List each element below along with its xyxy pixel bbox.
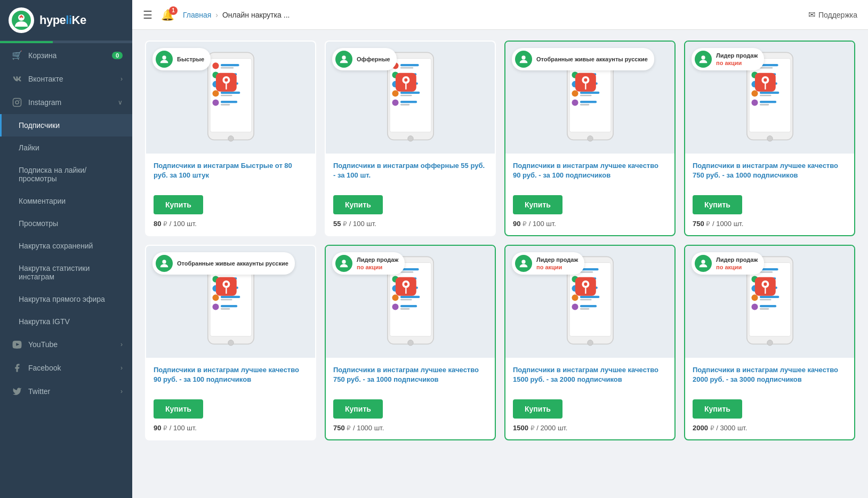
sidebar-item-live[interactable]: Накрутка прямого эфира [0, 288, 132, 310]
support-link[interactable]: ✉ Поддержка [808, 10, 857, 20]
svg-point-162 [587, 340, 592, 346]
svg-point-165 [584, 283, 587, 286]
sidebar-item-cart[interactable]: 🛒 Корзина 0 [0, 43, 132, 67]
sidebar-item-facebook[interactable]: Facebook › [0, 356, 132, 380]
svg-rect-181 [760, 299, 771, 301]
svg-rect-149 [580, 271, 593, 273]
price-value: 55 [333, 220, 341, 228]
product-card: Лидер продажпо акции [684, 245, 855, 440]
buy-button[interactable]: Купить [333, 399, 383, 419]
badge-text: Лидер продажпо акции [536, 256, 578, 271]
svg-rect-10 [221, 64, 239, 66]
breadcrumb: Главная › Онлайн накрутка ... [183, 11, 808, 19]
card-image-area: Отобранные живые аккаунты русские [505, 42, 674, 154]
badge-text: Лидер продажпо акции [357, 256, 398, 271]
youtube-chevron: › [120, 341, 123, 348]
card-badge-top: Лидер продажпо акции [692, 48, 764, 70]
live-label: Накрутка прямого эфира [19, 295, 123, 303]
notification-bell[interactable]: 🔔 1 [161, 9, 174, 21]
svg-point-142 [404, 283, 407, 286]
buy-button[interactable]: Купить [693, 399, 742, 419]
sidebar-item-youtube[interactable]: YouTube › [0, 333, 132, 356]
price-value: 90 [513, 220, 520, 228]
breadcrumb-home[interactable]: Главная [183, 11, 211, 19]
card-badge-top: Лидер продажпо акции [692, 252, 764, 275]
twitter-chevron: › [120, 388, 123, 395]
card-price: 750 ₽ / 1000 шт. [333, 424, 487, 432]
svg-point-9 [212, 62, 219, 69]
card-title: Подписчики в инстаграм лучшее качество 7… [333, 365, 487, 393]
buy-button[interactable]: Купить [513, 399, 562, 419]
badge-avatar [515, 51, 532, 68]
card-body: Подписчики в инстаграм лучшее качество 9… [146, 358, 315, 439]
likes-views-label: Подписка на лайки/ просмотры [19, 166, 123, 183]
sidebar-item-subscribers[interactable]: Подписчики [0, 114, 132, 136]
twitter-label: Twitter [28, 387, 117, 396]
svg-point-27 [224, 78, 228, 82]
card-title: Подписчики в инстаграм лучшее качество 2… [693, 365, 847, 393]
badge-avatar [156, 255, 173, 272]
twitter-icon [11, 387, 23, 396]
card-image-area: Лидер продажпо акции [685, 246, 854, 358]
instagram-label: Instagram [28, 98, 115, 107]
card-body: Подписчики в инстаграм лучшее качество 7… [685, 154, 854, 235]
svg-rect-184 [760, 308, 769, 310]
buy-button[interactable]: Купить [513, 195, 562, 214]
sidebar-item-saves[interactable]: Накрутка сохранений [0, 235, 132, 257]
sidebar-item-likes-views[interactable]: Подписка на лайки/ просмотры [0, 159, 132, 190]
likes-label: Лайки [19, 143, 123, 152]
topbar: ☰ 🔔 1 Главная › Онлайн накрутка ... ✉ По… [132, 0, 868, 30]
card-body: Подписчики в инстаграм Быстрые от 80 руб… [146, 154, 315, 235]
vk-icon [11, 74, 23, 84]
svg-rect-161 [580, 308, 589, 310]
svg-rect-88 [760, 92, 779, 94]
svg-rect-134 [400, 296, 420, 298]
menu-icon[interactable]: ☰ [143, 9, 152, 21]
buy-button[interactable]: Купить [333, 195, 383, 214]
facebook-chevron: › [120, 364, 123, 372]
card-title: Подписчики в инстаграм лучшее качество 9… [513, 161, 667, 189]
card-body: Подписчики в инстаграм офферные 55 руб. … [326, 154, 495, 235]
logo-text: hypeliKe [39, 13, 86, 27]
facebook-label: Facebook [28, 364, 117, 372]
svg-point-121 [342, 260, 345, 263]
breadcrumb-current: Онлайн накрутка ... [222, 11, 290, 19]
card-body: Подписчики в инстаграм лучшее качество 1… [505, 358, 674, 439]
cart-icon: 🛒 [11, 50, 23, 60]
card-price: 55 ₽ / 100 шт. [333, 220, 487, 228]
svg-point-75 [701, 55, 705, 59]
svg-rect-45 [400, 101, 417, 103]
buy-button[interactable]: Купить [693, 195, 742, 214]
price-value: 80 [154, 220, 161, 228]
svg-rect-46 [400, 104, 409, 106]
sidebar-item-likes[interactable]: Лайки [0, 136, 132, 159]
svg-point-179 [751, 294, 758, 301]
instagram-chevron: ∨ [118, 99, 123, 106]
svg-rect-137 [400, 305, 417, 307]
product-grid: Быстрые [145, 41, 855, 440]
badge-avatar [515, 255, 532, 272]
sidebar-item-views[interactable]: Просмотры [0, 212, 132, 235]
sidebar-item-vk[interactable]: Вконтакте › [0, 67, 132, 91]
svg-point-156 [572, 294, 578, 301]
sidebar-item-stats[interactable]: Накрутка статистики инстаграм [0, 257, 132, 288]
price-value: 1500 [513, 424, 528, 432]
sidebar-item-twitter[interactable]: Twitter › [0, 380, 132, 403]
svg-point-4 [19, 100, 20, 101]
cart-badge: 0 [112, 52, 123, 59]
buy-button[interactable]: Купить [154, 399, 203, 419]
sidebar: hypeliKe 🛒 Корзина 0 Вконтакте › Instagr… [0, 0, 132, 498]
buy-button[interactable]: Купить [154, 195, 203, 214]
svg-rect-112 [221, 299, 232, 301]
svg-rect-138 [400, 308, 409, 310]
svg-point-87 [751, 90, 758, 97]
badge-avatar [335, 255, 352, 272]
stats-label: Накрутка статистики инстаграм [19, 264, 123, 281]
svg-rect-135 [400, 299, 412, 301]
card-image-area: Отобранные живые аккаунты русские [146, 246, 315, 358]
sidebar-item-instagram[interactable]: Instagram ∨ [0, 91, 132, 114]
sidebar-item-comments[interactable]: Комментарии [0, 190, 132, 212]
sidebar-item-igtv[interactable]: Накрутка IGTV [0, 310, 132, 333]
svg-point-90 [751, 99, 758, 106]
svg-rect-157 [580, 296, 599, 298]
